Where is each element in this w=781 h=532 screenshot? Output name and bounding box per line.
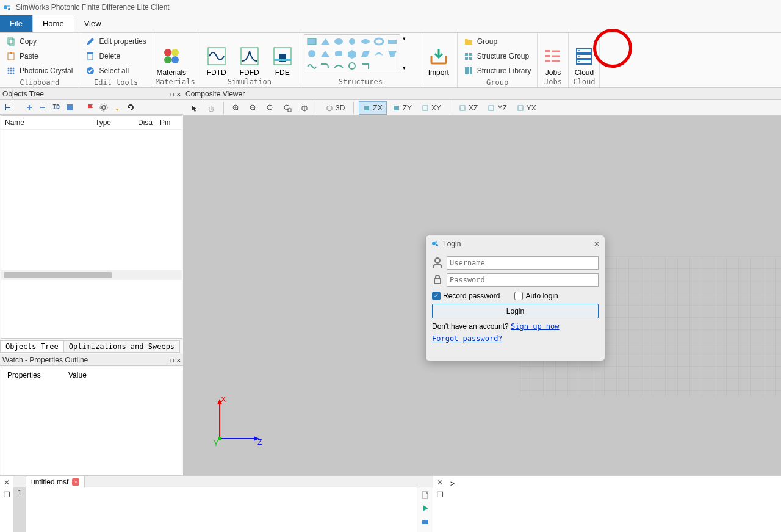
materials-icon [162,46,181,66]
filter-icon[interactable] [65,102,74,112]
zoom-in-icon[interactable] [229,101,243,115]
objects-tree-toolbar: ID [0,100,183,115]
svg-marker-39 [361,51,370,57]
cube-icon[interactable] [297,101,312,115]
gallery-more-1[interactable]: ▾ [403,35,406,41]
view-zy[interactable]: ZY [389,101,416,115]
password-input[interactable] [447,273,599,287]
undock-icon[interactable]: ❐ [170,90,175,98]
fde-button[interactable]: FDE [267,34,298,77]
svg-line-72 [272,109,273,111]
new-script-icon[interactable] [419,489,431,501]
delete-button[interactable]: Delete [83,50,148,62]
zoom-fit-icon[interactable] [263,101,278,115]
viewer-header: Composite Viewer [183,88,781,100]
auto-login-checkbox[interactable]: Auto login [514,292,558,300]
svg-point-20 [171,49,179,56]
username-input[interactable] [447,256,599,270]
expand-icon[interactable] [24,102,34,112]
paste-icon [6,51,16,61]
group-button[interactable]: Group [461,35,534,48]
undock-icon[interactable]: ❐ [437,491,444,499]
app-title: SimWorks Photonic Finite Difference Lite… [16,3,170,12]
gallery-more-2[interactable]: ▾ [403,65,406,71]
undock-icon[interactable]: ❐ [4,491,10,499]
structure-group-button[interactable]: Structure Group [461,50,534,62]
svg-rect-6 [10,52,12,54]
script-tab[interactable]: untitled.msf × [26,476,85,487]
menu-view[interactable]: View [74,15,111,32]
dialog-close-icon[interactable]: ✕ [594,240,600,248]
menu-file[interactable]: File [0,15,32,32]
select-all-button[interactable]: Select all [83,65,148,77]
svg-rect-46 [465,67,467,74]
jobs-button[interactable]: Jobs [540,34,566,77]
dialog-title-bar[interactable]: Login ✕ [426,235,605,253]
tab-optimizations[interactable]: Optimizations and Sweeps [63,340,180,353]
tab-objects-tree[interactable]: Objects Tree [0,340,64,353]
svg-rect-50 [545,55,550,57]
fdfd-button[interactable]: FDFD [234,34,265,77]
pin-icon[interactable] [112,102,122,112]
pointer-tool[interactable] [187,101,201,115]
close-icon[interactable]: ✕ [437,478,443,487]
tree-icon[interactable] [4,102,13,112]
import-button[interactable]: Import [423,34,455,77]
signup-link[interactable]: Sign up now [511,322,559,331]
svg-point-62 [102,106,106,109]
view-3d[interactable]: 3D [322,101,348,115]
view-yx[interactable]: YX [513,101,540,115]
pan-tool[interactable] [204,101,218,115]
copy-button[interactable]: Copy [4,35,75,48]
run-icon[interactable] [419,502,431,514]
paste-button[interactable]: Paste [4,50,75,62]
left-column: Objects Tree ❐✕ ID Name Type Disa Pin Ob… [0,88,183,532]
horizontal-scrollbar[interactable] [1,270,182,280]
undock-icon[interactable]: ❐ [170,356,175,364]
save-icon[interactable] [419,529,431,532]
svg-marker-29 [321,38,329,45]
forgot-password-link[interactable]: Forgot password? [432,334,503,343]
view-yz[interactable]: YZ [484,101,510,115]
svg-rect-43 [469,53,472,56]
id-icon[interactable]: ID [51,102,61,112]
view-xy[interactable]: XY [418,101,445,115]
zoom-region-icon[interactable] [280,101,295,115]
fdtd-button[interactable]: FDTD [201,34,232,77]
close-icon[interactable]: ✕ [176,90,181,98]
record-password-checkbox[interactable]: Record password [432,292,500,300]
refresh-icon[interactable] [126,102,135,112]
view-xz[interactable]: XZ [455,101,481,115]
svg-rect-44 [465,57,468,60]
login-button[interactable]: Login [432,304,599,318]
svg-point-7 [8,68,10,70]
console-body[interactable]: > [447,476,781,532]
gear-icon[interactable] [99,102,109,112]
materials-button[interactable]: Materials [156,34,187,77]
flag-icon[interactable] [85,102,95,112]
svg-rect-47 [467,67,469,74]
app-icon [2,2,12,12]
cloud-button[interactable]: Cloud [571,34,597,77]
svg-text:Z: Z [257,438,262,447]
script-actions [417,487,433,532]
shapes-gallery[interactable] [304,34,400,73]
objects-tree-body[interactable]: Name Type Disa Pin [1,115,182,339]
objects-tree-tabs: Objects Tree Optimizations and Sweeps [0,339,183,354]
collapse-icon[interactable] [38,102,48,112]
svg-point-21 [164,56,171,63]
zoom-out-icon[interactable] [246,101,261,115]
script-text-area[interactable]: 1 [13,487,433,532]
close-icon[interactable]: ✕ [4,478,10,487]
structure-library-button[interactable]: Structure Library [461,65,534,77]
menu-home[interactable]: Home [32,15,74,32]
view-zx[interactable]: ZX [359,101,386,115]
open-icon[interactable] [419,516,431,528]
svg-point-71 [267,105,272,110]
folder-icon [464,37,473,46]
edit-properties-button[interactable]: Edit properties [83,35,148,48]
svg-point-73 [284,105,289,110]
photonic-crystal-button[interactable]: Photonic Crystal [4,65,75,77]
tab-close-icon[interactable]: × [72,478,79,486]
close-icon[interactable]: ✕ [176,356,181,364]
